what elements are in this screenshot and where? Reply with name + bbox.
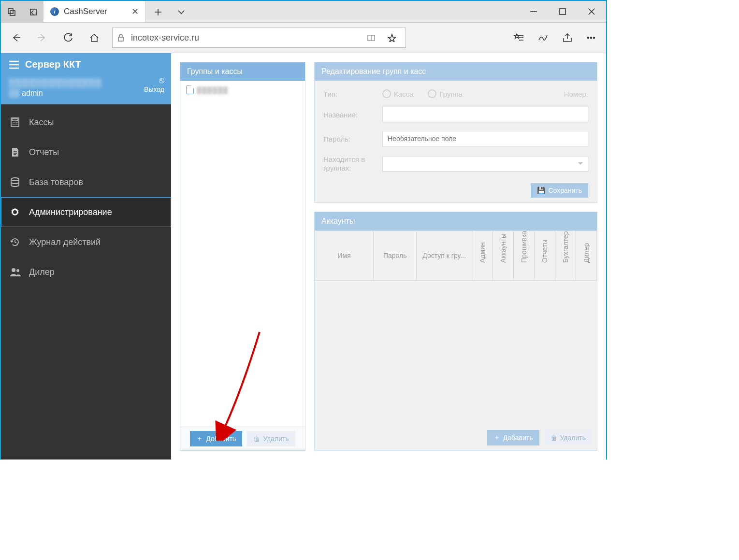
plus-icon: ＋ xyxy=(196,434,203,443)
panel-accounts: Аккаунты Имя Пароль Доступ к гру... Адми… xyxy=(314,212,597,451)
svg-point-5 xyxy=(588,37,589,39)
sidebar-nav: Кассы Отчеты База товаров Администрирова… xyxy=(1,104,171,459)
user-name-masked: ▒▒▒▒▒▒▒▒▒▒▒▒▒▒ xyxy=(9,78,102,88)
sidebar-item-products[interactable]: База товаров xyxy=(1,167,171,197)
row-password: Пароль: xyxy=(323,131,588,146)
more-icon[interactable] xyxy=(579,26,603,49)
accounts-body: Имя Пароль Доступ к гру... Админ Аккаунт… xyxy=(315,230,597,450)
password-input[interactable] xyxy=(382,131,588,146)
refresh-button[interactable] xyxy=(56,26,80,49)
name-label: Название: xyxy=(323,111,377,119)
col-accountant: Бухгалтер xyxy=(555,231,576,281)
password-label: Пароль: xyxy=(323,135,377,143)
radio-label: Группа xyxy=(439,90,463,98)
save-button[interactable]: 💾 Сохранить xyxy=(531,183,588,198)
screen: i CashServer ✕ incotex-service.ru xyxy=(0,0,607,459)
groups-tree[interactable]: ▒▒▒▒▒▒ xyxy=(180,81,305,427)
window-maximize-button[interactable] xyxy=(548,1,577,22)
lock-icon xyxy=(116,33,125,42)
svg-rect-9 xyxy=(12,119,18,121)
accounts-add-button[interactable]: ＋ Добавить xyxy=(487,430,539,445)
name-input[interactable] xyxy=(382,107,588,122)
svg-point-10 xyxy=(11,178,19,181)
svg-rect-4 xyxy=(118,37,123,41)
panel-groups-title: Группы и кассы xyxy=(180,62,305,81)
type-label: Тип: xyxy=(323,90,377,98)
content-area: Группы и кассы ▒▒▒▒▒▒ ＋ Добавить 🗑 Удали… xyxy=(171,53,606,459)
button-label: Сохранить xyxy=(548,187,582,194)
tab-actions-group xyxy=(1,1,43,22)
col-dealer: Дилер xyxy=(576,231,596,281)
sidebar-item-label: Кассы xyxy=(29,117,54,128)
tree-item-label: ▒▒▒▒▒▒ xyxy=(197,86,229,94)
accounts-delete-button[interactable]: 🗑 Удалить xyxy=(544,430,592,445)
col-password: Пароль xyxy=(374,231,417,281)
window-controls xyxy=(519,1,606,22)
groups-delete-button[interactable]: 🗑 Удалить xyxy=(247,431,295,446)
edit-form-actions: 💾 Сохранить xyxy=(323,181,588,198)
home-button[interactable] xyxy=(82,26,106,49)
favorite-star-icon[interactable] xyxy=(387,33,402,42)
tabs-aside-icon[interactable] xyxy=(1,1,22,22)
accounts-footer: ＋ Добавить 🗑 Удалить xyxy=(315,425,597,450)
col-accounts: Аккаунты xyxy=(493,231,513,281)
sidebar-item-label: Журнал действий xyxy=(29,237,101,247)
button-label: Удалить xyxy=(560,434,586,442)
browser-toolbar: incotex-service.ru xyxy=(1,23,606,53)
sidebar-item-label: Отчеты xyxy=(29,147,59,158)
radio-group[interactable]: Группа xyxy=(428,89,463,98)
window-close-button[interactable] xyxy=(577,1,606,22)
share-icon[interactable] xyxy=(555,26,579,49)
radio-kassa[interactable]: Касса xyxy=(382,89,413,98)
edit-form: Тип: Касса Группа Номер: Название: Парол… xyxy=(315,81,597,202)
forward-button[interactable] xyxy=(30,26,54,49)
browser-tab[interactable]: i CashServer ✕ xyxy=(43,1,146,22)
button-label: Добавить xyxy=(206,435,236,443)
sidebar-item-kassy[interactable]: Кассы xyxy=(1,107,171,137)
back-button[interactable] xyxy=(4,26,28,49)
file-icon xyxy=(186,86,194,94)
url-text: incotex-service.ru xyxy=(131,33,361,43)
button-label: Удалить xyxy=(263,435,289,443)
tab-close-icon[interactable]: ✕ xyxy=(131,6,139,17)
row-in-groups: Находится в группах: xyxy=(323,155,588,172)
reading-view-icon[interactable] xyxy=(367,33,381,42)
calculator-icon xyxy=(10,117,21,128)
radio-label: Касса xyxy=(394,90,413,98)
notes-icon[interactable] xyxy=(531,26,555,49)
tab-dropdown-icon[interactable] xyxy=(169,7,192,16)
trash-icon: 🗑 xyxy=(253,435,260,443)
favorites-list-icon[interactable] xyxy=(507,26,531,49)
document-icon xyxy=(10,147,21,158)
sidebar-item-log[interactable]: Журнал действий xyxy=(1,227,171,257)
svg-rect-0 xyxy=(8,9,13,14)
set-tabs-aside-icon[interactable] xyxy=(22,1,43,22)
window-minimize-button[interactable] xyxy=(519,1,548,22)
row-type: Тип: Касса Группа Номер: xyxy=(323,89,588,98)
sidebar-header: Сервер ККТ xyxy=(1,53,171,76)
new-tab-button[interactable] xyxy=(146,7,169,16)
col-firmware: Прошивка xyxy=(513,231,534,281)
in-groups-select[interactable] xyxy=(382,156,588,172)
logout-button[interactable]: ⎋ Выход xyxy=(144,76,164,93)
panel-accounts-title: Аккаунты xyxy=(315,212,597,230)
sidebar-item-label: Администрирование xyxy=(29,207,112,217)
sidebar-item-admin[interactable]: Администрирование xyxy=(1,197,171,227)
panel-edit-title: Редактирование групп и касс xyxy=(315,62,597,81)
toolbar-right xyxy=(507,26,603,49)
panel-groups-footer: ＋ Добавить 🗑 Удалить xyxy=(180,427,305,450)
address-bar[interactable]: incotex-service.ru xyxy=(112,28,406,48)
sidebar-user: ⎋ Выход ▒▒▒▒▒▒▒▒▒▒▒▒▒▒ ▒▒ admin xyxy=(1,76,171,104)
sidebar-item-dealer[interactable]: Дилер xyxy=(1,257,171,287)
radio-icon xyxy=(382,89,391,98)
user-role: ▒▒ admin xyxy=(9,89,163,98)
hamburger-icon[interactable] xyxy=(9,60,19,69)
groups-add-button[interactable]: ＋ Добавить xyxy=(190,431,242,446)
app-title: Сервер ККТ xyxy=(25,59,81,70)
svg-rect-3 xyxy=(560,9,565,14)
trash-icon: 🗑 xyxy=(551,434,557,442)
tree-root-item[interactable]: ▒▒▒▒▒▒ xyxy=(186,86,299,94)
col-reports: Отчеты xyxy=(534,231,555,281)
sidebar-item-reports[interactable]: Отчеты xyxy=(1,137,171,167)
panel-groups: Группы и кассы ▒▒▒▒▒▒ ＋ Добавить 🗑 Удали… xyxy=(180,62,305,451)
